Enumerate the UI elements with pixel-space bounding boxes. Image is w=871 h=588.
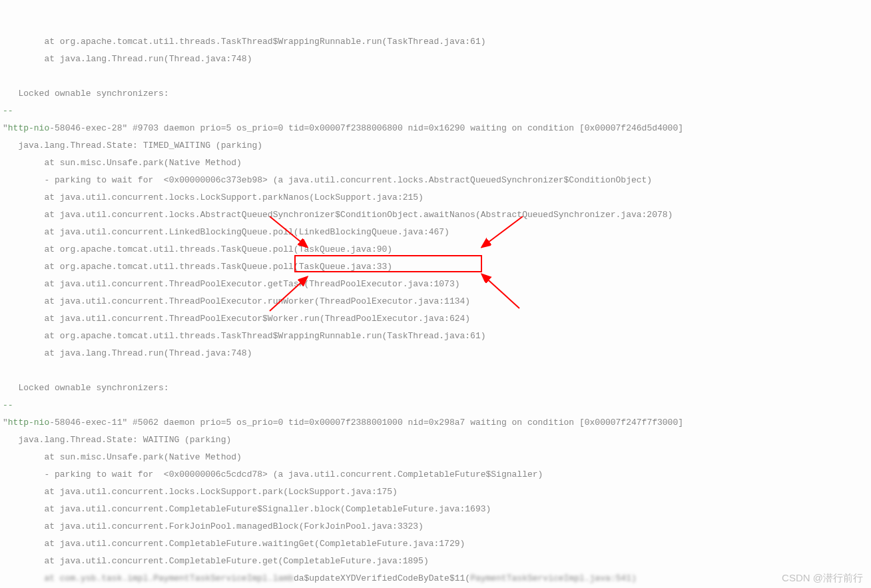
thread-state: java.lang.Thread.State: WAITING (parking…: [3, 435, 231, 445]
stack-line: at java.util.concurrent.locks.LockSuppor…: [3, 192, 424, 202]
annotation-arrow: [473, 272, 526, 312]
stack-line: at java.util.concurrent.CompletableFutur…: [3, 539, 465, 549]
stack-line: at java.util.concurrent.LinkedBlockingQu…: [3, 227, 449, 237]
stack-line: - parking to wait for <0x00000006c373eb9…: [3, 175, 652, 185]
stack-line: at com.ysb.task.impl.PaymentTaskServiceI…: [3, 573, 637, 583]
stack-line: at java.lang.Thread.run(Thread.java:748): [3, 54, 252, 64]
stack-line: at sun.misc.Unsafe.park(Native Method): [3, 452, 242, 462]
stack-line: Locked ownable synchronizers:: [3, 383, 169, 393]
stack-line: at java.lang.Thread.run(Thread.java:748): [3, 348, 252, 358]
thread-state: java.lang.Thread.State: TIMED_WAITING (p…: [3, 141, 262, 150]
svg-line-1: [483, 216, 523, 246]
separator: --: [3, 106, 13, 116]
stack-line: at java.util.concurrent.ThreadPoolExecut…: [3, 279, 460, 289]
stack-line: at java.util.concurrent.CompletableFutur…: [3, 556, 429, 566]
stack-line: - parking to wait for <0x00000006c5cdcd7…: [3, 469, 543, 479]
svg-line-3: [483, 275, 519, 308]
stack-line: at java.util.concurrent.locks.AbstractQu…: [3, 210, 673, 220]
watermark: CSDN @潜行前行: [782, 573, 863, 583]
thread-header: "http-nio-58046-exec-28" #9703 daemon pr…: [3, 123, 683, 133]
stack-line: at sun.misc.Unsafe.park(Native Method): [3, 158, 242, 168]
separator: --: [3, 400, 13, 410]
stack-line: Locked ownable synchronizers:: [3, 89, 169, 99]
stack-line: at java.util.concurrent.ThreadPoolExecut…: [3, 296, 470, 306]
stack-line: at org.apache.tomcat.util.threads.TaskQu…: [3, 262, 392, 272]
highlighted-frame: da$updateXYDVerifiedCodeByDate$11(: [294, 573, 470, 583]
stack-line: at java.util.concurrent.locks.LockSuppor…: [3, 487, 398, 497]
stack-line: at org.apache.tomcat.util.threads.TaskTh…: [3, 331, 486, 341]
thread-header: "http-nio-58046-exec-11" #5062 daemon pr…: [3, 418, 683, 428]
stack-line: at org.apache.tomcat.util.threads.TaskTh…: [3, 37, 486, 47]
stack-line: at java.util.concurrent.ThreadPoolExecut…: [3, 314, 470, 324]
stack-line: at java.util.concurrent.ForkJoinPool.man…: [3, 521, 424, 531]
stack-line: at java.util.concurrent.CompletableFutur…: [3, 504, 491, 514]
stack-line: at org.apache.tomcat.util.threads.TaskQu…: [3, 244, 392, 254]
